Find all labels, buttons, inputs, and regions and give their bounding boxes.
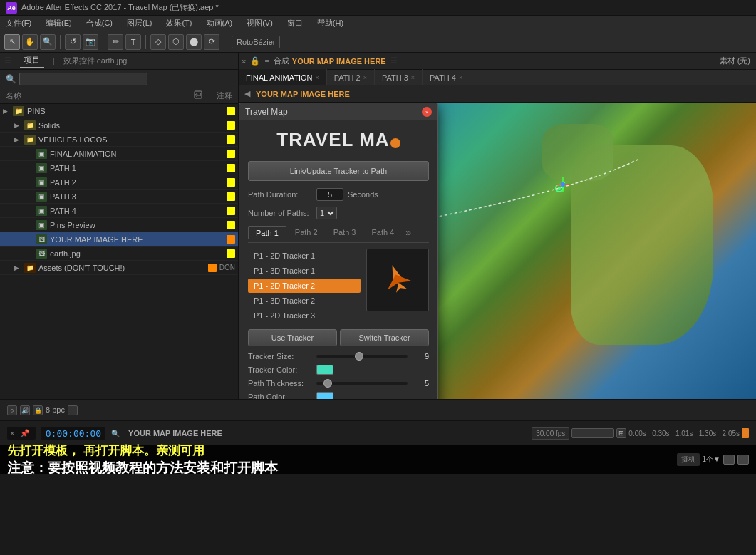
toolbar: ↖ ✋ 🔍 ↺ 📷 ✏ T ◇ ⬡ ⬤ ⟳ RotoBézier — [0, 31, 756, 53]
shape-tool-btn[interactable]: ◇ — [150, 34, 166, 50]
layer-item-pins-preview[interactable]: ▣ Pins Preview — [0, 218, 238, 232]
tracker-p1-3d-2[interactable]: P1 - 3D Tracker 2 — [248, 294, 361, 308]
menu-edit[interactable]: 编辑(E) — [43, 16, 75, 30]
logo-text: TRAVEL MA — [276, 129, 389, 150]
comp-menu-icon[interactable]: ☰ — [390, 56, 398, 66]
tab-path3[interactable]: PATH 3 × — [375, 69, 423, 86]
more-paths-icon[interactable]: » — [403, 225, 414, 239]
path-duration-input[interactable] — [316, 188, 343, 201]
tracker-p1-2d-3[interactable]: P1 - 2D Tracker 3 — [248, 308, 361, 323]
view-icon-2[interactable] — [737, 455, 749, 465]
path-tab-3[interactable]: Path 3 — [326, 226, 363, 239]
layer-item-assets[interactable]: ▶ 📁 Assets (DON'T TOUCH!) DON — [0, 261, 238, 275]
paint-tool-btn[interactable]: ⬡ — [168, 34, 184, 50]
collapse-icon[interactable]: ≡ — [264, 57, 269, 66]
puppet-tool-btn[interactable]: ⟳ — [204, 34, 219, 50]
comp-icon-pins: ▣ — [36, 220, 47, 230]
menu-window[interactable]: 窗口 — [284, 16, 306, 30]
layer-item-path1[interactable]: ▣ PATH 1 — [0, 161, 238, 175]
text-tool-btn[interactable]: T — [125, 34, 141, 50]
trash-btn[interactable] — [68, 405, 78, 415]
close-panel-icon[interactable]: × — [242, 57, 246, 66]
viewer-top-bar: ◀ YOUR MAP IMAGE HERE — [239, 85, 756, 103]
color-swatch-solids — [227, 121, 235, 130]
color-swatch-path4 — [227, 207, 235, 215]
solo-btn[interactable]: ○ — [7, 405, 17, 415]
tracker-color-swatch[interactable] — [316, 365, 333, 375]
view-icon-1[interactable] — [723, 455, 735, 465]
path-tab-4[interactable]: Path 4 — [364, 226, 401, 239]
pen-tool-btn[interactable]: ✏ — [108, 34, 123, 50]
search-timeline-icon[interactable]: 🔍 — [111, 430, 120, 437]
rotate-tool-btn[interactable]: ↺ — [65, 34, 81, 50]
use-tracker-btn[interactable]: Use Tracker — [248, 329, 337, 346]
path-color-swatch[interactable] — [316, 392, 333, 399]
viewer-back-icon[interactable]: ◀ — [244, 89, 250, 98]
path-thickness-thumb[interactable] — [323, 379, 332, 388]
layer-item-map[interactable]: 🖼 YOUR MAP IMAGE HERE — [0, 232, 238, 247]
rotobezier-toggle[interactable]: RotoBézier — [232, 36, 280, 48]
color-swatch-path3 — [227, 192, 235, 201]
timeline-expand-btn[interactable]: ⊞ — [616, 428, 626, 438]
comp-icon-path3: ▣ — [36, 192, 47, 202]
close-tab-path4[interactable]: × — [459, 74, 462, 81]
menu-layer[interactable]: 图层(L) — [124, 16, 155, 30]
layer-name-map: YOUR MAP IMAGE HERE — [50, 235, 224, 244]
select-tool-btn[interactable]: ↖ — [4, 34, 20, 50]
layer-name-path3: PATH 3 — [50, 192, 224, 201]
layer-item-path3[interactable]: ▣ PATH 3 — [0, 190, 238, 204]
effect-controls-label[interactable]: 效果控件 earth.jpg — [63, 56, 128, 66]
layer-item-path4[interactable]: ▣ PATH 4 — [0, 204, 238, 218]
layer-item-final-anim[interactable]: ▣ FINAL ANIMATION — [0, 147, 238, 161]
tracker-p1-2d-2[interactable]: P1 - 2D Tracker 2 — [248, 279, 361, 293]
tracker-p1-2d-1[interactable]: P1 - 2D Tracker 1 — [248, 249, 361, 263]
close-tab-path2[interactable]: × — [363, 74, 367, 81]
menu-view[interactable]: 视图(V) — [244, 16, 276, 30]
path-tab-2[interactable]: Path 2 — [288, 226, 325, 239]
menu-composition[interactable]: 合成(C) — [83, 16, 115, 30]
layer-item-solids[interactable]: ▶ 📁 Solids — [0, 118, 238, 133]
close-tab-final[interactable]: × — [316, 74, 319, 81]
tracker-area: P1 - 2D Tracker 1 P1 - 3D Tracker 1 P1 -… — [248, 249, 429, 323]
project-search-input[interactable] — [19, 73, 147, 85]
timecode-display: 0:00:00:00 — [41, 427, 105, 440]
menu-animation[interactable]: 动画(A) — [204, 16, 236, 30]
mute-btn[interactable]: 🔊 — [20, 405, 30, 415]
layer-item-vehicles[interactable]: ▶ 📁 VEHICLES LOGOS — [0, 133, 238, 147]
num-paths-select[interactable]: 1 2 3 4 — [316, 207, 337, 219]
path-tab-1[interactable]: Path 1 — [248, 226, 286, 239]
dialog-close-btn[interactable]: × — [422, 107, 432, 117]
playhead-indicator[interactable] — [742, 428, 749, 438]
timeline-close-icon[interactable]: × — [10, 429, 14, 437]
layer-name-pins-preview: Pins Preview — [50, 221, 224, 229]
stamp-tool-btn[interactable]: ⬤ — [186, 34, 202, 50]
layer-name-path2: PATH 2 — [50, 178, 224, 187]
hand-tool-btn[interactable]: ✋ — [22, 34, 38, 50]
lock-bottom-btn[interactable]: 🔒 — [33, 405, 43, 415]
tracker-p1-3d-1[interactable]: P1 - 3D Tracker 1 — [248, 264, 361, 278]
menu-file[interactable]: 文件(F) — [3, 16, 34, 30]
tracker-size-slider[interactable] — [316, 355, 408, 358]
playhead-bar[interactable] — [571, 428, 614, 438]
layer-item-pins[interactable]: ▶ 📁 PINS — [0, 104, 238, 118]
layer-item-earth[interactable]: 🖼 earth.jpg — [0, 247, 238, 261]
tracker-size-thumb[interactable] — [355, 352, 363, 361]
close-tab-path3[interactable]: × — [411, 74, 415, 81]
menu-help[interactable]: 帮助(H) — [314, 16, 346, 30]
path-thickness-slider[interactable] — [316, 382, 408, 385]
link-update-tracker-btn[interactable]: Link/Update Tracker to Path — [248, 161, 429, 181]
camera-tool-btn[interactable]: 📷 — [83, 34, 98, 50]
project-tab[interactable]: 项目 — [20, 53, 44, 68]
panel-menu-icon[interactable]: ☰ — [4, 56, 11, 66]
tab-path4[interactable]: PATH 4 × — [423, 69, 470, 86]
tab-final-animation[interactable]: FINAL ANIMATION × — [239, 69, 327, 86]
switch-tracker-btn[interactable]: Switch Tracker — [340, 329, 429, 346]
menu-effects[interactable]: 效果(T) — [163, 16, 195, 30]
timeline-pin-icon[interactable]: 📌 — [20, 429, 30, 437]
zoom-tool-btn[interactable]: 🔍 — [40, 34, 56, 50]
layer-item-path2[interactable]: ▣ PATH 2 — [0, 175, 238, 190]
right-panel: × 🔒 ≡ 合成 YOUR MAP IMAGE HERE ☰ 素材 (无) FI… — [239, 53, 756, 399]
path-duration-label: Path Duration: — [248, 190, 312, 199]
tab-path2[interactable]: PATH 2 × — [327, 69, 375, 86]
comp-icon-path4: ▣ — [36, 206, 47, 216]
